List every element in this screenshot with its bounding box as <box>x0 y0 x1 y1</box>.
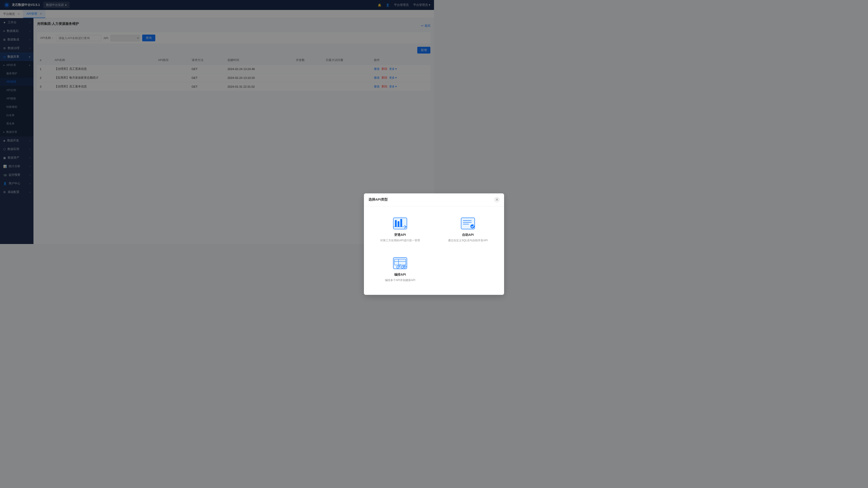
passthrough-api-icon <box>392 217 408 230</box>
api-type-passthrough[interactable]: 穿透API 对第三方应用的API进行统一管理 <box>373 213 427 244</box>
modal-header: 选择API类型 ✕ <box>364 193 434 206</box>
modal-body: 穿透API 对第三方应用的API进行统一管理 自助API 通过自定义SQL语句自… <box>364 206 434 244</box>
svg-rect-6 <box>400 219 402 227</box>
svg-rect-4 <box>395 220 397 227</box>
api-type-grid: 穿透API 对第三方应用的API进行统一管理 自助API 通过自定义SQL语句自… <box>373 213 434 244</box>
select-api-type-modal: 选择API类型 ✕ 穿透API 对第三方应用的API进行统一管理 <box>364 193 434 244</box>
passthrough-api-name: 穿透API <box>394 233 406 237</box>
modal-title: 选择API类型 <box>368 197 388 202</box>
svg-rect-5 <box>398 221 399 227</box>
passthrough-api-desc: 对第三方应用的API进行统一管理 <box>380 238 420 242</box>
modal-overlay[interactable]: 选择API类型 ✕ 穿透API 对第三方应用的API进行统一管理 <box>0 0 434 244</box>
